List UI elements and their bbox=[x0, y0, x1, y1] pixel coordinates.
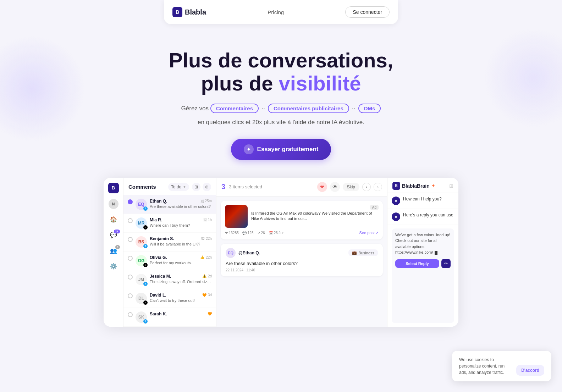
likes-stat: ❤ 13285 bbox=[225, 231, 239, 235]
platform-badge-tiktok: ♪ bbox=[143, 225, 148, 230]
hero-title-line2-prefix: plus de bbox=[201, 72, 279, 95]
center-actions: ❤ 👁 Skip ‹ › bbox=[317, 182, 382, 192]
comment-content-olivia: Olivia G. 👍 22h Perfect for my workouts. bbox=[150, 255, 212, 265]
emoji-sarah: 🧡 bbox=[208, 312, 212, 316]
shares-stat: ↗ 26 bbox=[257, 231, 265, 235]
platform-badge-fb: f bbox=[143, 206, 148, 211]
pricing-link[interactable]: Pricing bbox=[268, 9, 284, 15]
comment-time-mia: 1h bbox=[208, 218, 212, 222]
avatar-benjamin: BS f bbox=[136, 236, 147, 248]
cta-button[interactable]: ✦ Essayer gratuitement bbox=[231, 139, 331, 160]
comment-meta-olivia: Olivia G. 👍 22h bbox=[150, 255, 212, 260]
ai-logo-star: ✦ bbox=[431, 183, 435, 188]
logo-icon: B bbox=[172, 7, 182, 17]
logo: B Blabla bbox=[172, 7, 206, 17]
sidebar-logo: B bbox=[108, 183, 119, 193]
calendar-icon: 📅 bbox=[269, 231, 273, 235]
time-row-mia: 🖼 1h bbox=[203, 218, 212, 222]
comment-card-user: EQ @Ethan Q. bbox=[226, 248, 260, 258]
likes-count: 13285 bbox=[229, 231, 239, 235]
sidebar-home-icon[interactable]: 🏠 bbox=[109, 215, 119, 225]
ai-panel: B BlablaBrain ✦ ⊞ B How can I help you? … bbox=[387, 178, 458, 327]
post-thumbnail bbox=[225, 205, 248, 228]
comment-time-jessica: 2d bbox=[208, 274, 212, 278]
platform-icon-b: 🖼 bbox=[201, 237, 204, 241]
comment-meta-mia: Mia R. 🖼 1h bbox=[150, 217, 212, 222]
commenter-name-david: David L. bbox=[150, 293, 166, 298]
ai-reply-text: We've got a few colors lined up! Check o… bbox=[395, 232, 451, 255]
sidebar-comments-icon[interactable]: 💬 26 bbox=[109, 230, 119, 240]
comment-text-benjamin: Will it be available in the UK? bbox=[150, 242, 212, 246]
hero-line2: en quelques clics et 20x plus vite à l'a… bbox=[7, 119, 555, 126]
commenter-name-mia: Mia R. bbox=[150, 217, 162, 222]
badge-label: Business bbox=[358, 251, 374, 255]
post-card-inner: Ad Is Infrared the OG Air Max 90 colorwa… bbox=[225, 205, 379, 228]
next-btn[interactable]: › bbox=[374, 183, 382, 191]
ai-reply-box: We've got a few colors lined up! Check o… bbox=[392, 228, 454, 323]
filter-label: To do bbox=[171, 184, 181, 189]
hide-action-btn[interactable]: 👁 bbox=[330, 182, 340, 192]
comment-text-olivia: Perfect for my workouts. bbox=[150, 261, 212, 265]
comment-content-mia: Mia R. 🖼 1h Where can I buy them? bbox=[150, 217, 212, 227]
sidebar: B N 🏠 💬 26 👥 9 ⚙️ bbox=[104, 178, 123, 327]
cta-label: Essayer gratuitement bbox=[257, 146, 319, 153]
comment-detail-card: EQ @Ethan Q. 💼 Business Are these availa… bbox=[221, 244, 383, 276]
sidebar-users-icon[interactable]: 👥 9 bbox=[109, 246, 119, 256]
comment-item-benjamin[interactable]: BS f Benjamin S. 🖼 22h Will it be availa… bbox=[123, 233, 216, 252]
skip-button[interactable]: Skip bbox=[343, 183, 359, 191]
cookie-text: We use cookies to personalize content, r… bbox=[459, 357, 511, 376]
platform-badge-tiktok-o: ♪ bbox=[143, 263, 148, 267]
comment-card-avatar: EQ bbox=[226, 248, 236, 258]
cookie-accept-button[interactable]: D'accord bbox=[516, 365, 544, 376]
platform-icon: 🖼 bbox=[200, 199, 204, 203]
see-post-link[interactable]: See post ↗ bbox=[359, 231, 379, 235]
comment-item-david[interactable]: DL ♪ David L. 🧡 3d Can't wait to try the… bbox=[123, 289, 216, 308]
edit-button[interactable]: ✏ bbox=[441, 259, 451, 268]
heart-action-btn[interactable]: ❤ bbox=[317, 182, 327, 192]
comments-header: Comments To do ▼ ⊞ ⊕ bbox=[123, 178, 216, 195]
comment-meta-ethan: Ethan Q. 🖼 25m bbox=[150, 199, 212, 204]
platform-badge-fb-j: f bbox=[143, 282, 148, 286]
prev-btn[interactable]: ‹ bbox=[362, 183, 371, 191]
comment-card-time: 22.11.2024 11:40 bbox=[226, 268, 378, 272]
comment-card-header: EQ @Ethan Q. 💼 Business bbox=[226, 248, 378, 258]
cta-icon: ✦ bbox=[244, 144, 254, 154]
comment-card-name: @Ethan Q. bbox=[238, 250, 260, 255]
connect-button[interactable]: Se connecter bbox=[345, 6, 390, 18]
commenter-name-olivia: Olivia G. bbox=[150, 255, 167, 260]
comment-time-val: 11:40 bbox=[246, 268, 255, 272]
emoji-olivia: 👍 bbox=[200, 255, 204, 259]
dots-2: ·· bbox=[352, 105, 356, 112]
commenter-name-benjamin: Benjamin S. bbox=[150, 236, 174, 241]
time-row-david: 🧡 3d bbox=[202, 293, 212, 297]
comments-filter[interactable]: To do ▼ bbox=[168, 183, 189, 191]
select-reply-button[interactable]: Select Reply bbox=[395, 259, 439, 268]
comment-card-text: Are these available in other colors? bbox=[226, 261, 378, 266]
comment-date: 22.11.2024 bbox=[226, 268, 243, 272]
hero-tags: Commentaires ·· Commentaires publicitair… bbox=[210, 104, 381, 113]
external-link-icon: ↗ bbox=[375, 231, 379, 235]
hero-title: Plus de conversations, plus de visibilit… bbox=[7, 49, 555, 95]
comment-item-mia[interactable]: MR ♪ Mia R. 🖼 1h Where can I buy them? bbox=[123, 214, 216, 233]
comment-time-ethan: 25m bbox=[205, 199, 212, 203]
comment-item-olivia[interactable]: OG ♪ Olivia G. 👍 22h Perfect for my work… bbox=[123, 252, 216, 270]
filter-icon-btn[interactable]: ⊞ bbox=[192, 183, 200, 191]
tag-publicitaires: Commentaires publicitaires bbox=[268, 104, 349, 113]
comment-item-ethan[interactable]: EQ f Ethan Q. 🖼 25m Are these available … bbox=[123, 195, 216, 214]
comment-text-jessica: The sizing is way off. Ordered size 9 b.… bbox=[150, 280, 212, 284]
settings-icon-btn[interactable]: ⊕ bbox=[203, 183, 211, 191]
ai-grid-icon[interactable]: ⊞ bbox=[449, 183, 453, 189]
heart-icon: ❤ bbox=[225, 231, 228, 235]
comment-meta-sarah: Sarah K. 🧡 bbox=[150, 311, 212, 316]
comment-item-sarah[interactable]: SK f Sarah K. 🧡 bbox=[123, 308, 216, 327]
emoji-david: 🧡 bbox=[202, 293, 206, 297]
sidebar-settings-icon[interactable]: ⚙️ bbox=[109, 261, 119, 271]
comment-text-david: Can't wait to try these out! bbox=[150, 298, 212, 303]
post-ad-row: Ad bbox=[251, 205, 379, 210]
comment-meta-jessica: Jessica M. ⚠️ 2d bbox=[150, 274, 212, 279]
comment-icon: 💬 bbox=[242, 231, 247, 235]
comment-item-jessica[interactable]: JM f Jessica M. ⚠️ 2d The sizing is way … bbox=[123, 270, 216, 289]
comment-time-olivia: 22h bbox=[206, 255, 212, 259]
ai-avatar-q: B bbox=[392, 197, 400, 205]
comment-content-david: David L. 🧡 3d Can't wait to try these ou… bbox=[150, 293, 212, 303]
